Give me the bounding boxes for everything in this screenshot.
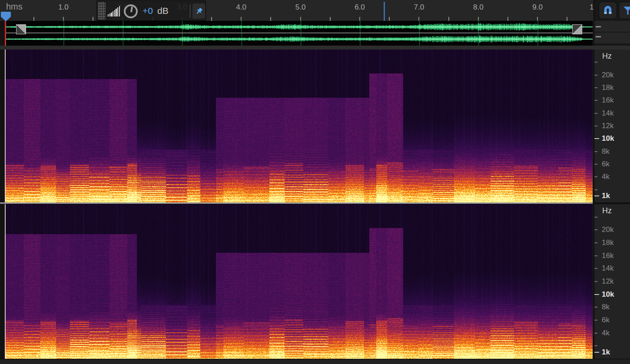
freq-tick (594, 75, 597, 76)
magnet-icon (602, 5, 613, 16)
freq-tick (594, 333, 597, 334)
freq-tick (594, 113, 597, 114)
freq-tick (594, 151, 597, 152)
knob-needle (130, 7, 133, 12)
level-meter-icon (108, 6, 121, 17)
spectral-playhead-left (5, 50, 6, 202)
freq-tick (594, 255, 597, 256)
ruler-label: 1.0 (54, 3, 73, 12)
hz-unit-label: Hz (602, 206, 612, 215)
ruler-label: 10.0 (587, 3, 594, 12)
audio-editor: hms 1.02.03.04.05.06.07.08.09.010.0 +0 d… (0, 0, 630, 364)
freq-label: 4k (602, 329, 623, 338)
snap-button[interactable] (599, 2, 617, 19)
waveform-canvas[interactable] (5, 21, 593, 46)
toolbar-right (594, 0, 630, 21)
ruler-label: 5.0 (291, 3, 310, 12)
time-ruler[interactable]: hms 1.02.03.04.05.06.07.08.09.010.0 (0, 0, 594, 21)
freq-label: 14k (602, 264, 623, 273)
freq-label: 10k (602, 134, 623, 143)
ruler-label: 6.0 (350, 3, 369, 12)
freq-tick (594, 100, 597, 101)
ruler-tick (211, 17, 212, 21)
time-format-label: hms (6, 2, 23, 12)
channel-meter-box (594, 21, 630, 46)
ruler-label: 7.0 (409, 3, 428, 12)
freq-label: 16k (602, 251, 623, 260)
freq-label: 12k (602, 277, 623, 286)
funnel-pin-icon (622, 5, 630, 16)
freq-tick (594, 176, 597, 177)
freq-tick (594, 242, 597, 243)
zero-tick-icon (596, 36, 601, 37)
gain-value[interactable]: +0 (143, 6, 153, 16)
playhead-line[interactable] (5, 21, 6, 46)
ruler-label: 9.0 (528, 3, 547, 12)
freq-tick (594, 320, 597, 321)
freq-tick (594, 345, 597, 346)
ruler-tick (93, 17, 93, 21)
timeline-position-marker[interactable] (384, 2, 385, 21)
ruler-tick (567, 17, 567, 21)
freq-label: 1k (602, 192, 623, 200)
freq-label: 12k (602, 122, 623, 130)
hud-separator (190, 4, 190, 18)
spectral-playhead-right (5, 204, 6, 359)
pushpin-icon (195, 7, 203, 16)
freq-label: 18k (602, 83, 623, 92)
freq-label: 8k (602, 147, 623, 156)
hud-pin-button[interactable] (192, 3, 205, 19)
waveform-overview[interactable] (5, 21, 593, 46)
marker-tool-button[interactable] (619, 2, 630, 19)
freq-tick (594, 268, 597, 269)
freq-tick (594, 294, 599, 295)
freq-label: 6k (602, 160, 623, 169)
freq-label: 16k (602, 96, 623, 105)
freq-label: 20k (602, 225, 623, 234)
zero-tick-icon (596, 26, 601, 27)
hud-grip-icon[interactable] (98, 2, 106, 20)
freq-tick (594, 189, 597, 190)
frequency-scale-right: Hz 20k18k16k14k12k10k8k6k4k1k (594, 204, 630, 359)
freq-tick (594, 126, 597, 126)
freq-tick (594, 229, 597, 230)
frequency-scale-left: Hz 20k18k16k14k12k10k8k6k4k1k (594, 50, 630, 202)
freq-tick (594, 281, 597, 282)
panel-divider[interactable] (0, 46, 630, 50)
gain-knob-icon[interactable] (124, 4, 138, 18)
ruler-tick (507, 17, 508, 21)
freq-label: 6k (602, 316, 623, 324)
freq-tick (594, 217, 597, 218)
freq-label: 14k (602, 109, 623, 118)
ruler-label: 4.0 (232, 3, 251, 12)
freq-label: 1k (602, 348, 623, 357)
ruler-tick (270, 17, 271, 21)
freq-tick (594, 62, 597, 63)
freq-label: 18k (602, 238, 623, 247)
gain-unit-label: dB (157, 6, 169, 16)
bottom-edge-bar (0, 359, 630, 364)
freq-tick (594, 195, 599, 196)
freq-tick (594, 307, 597, 308)
freq-tick (594, 138, 599, 139)
hz-unit-label: Hz (602, 52, 612, 61)
freq-label: 10k (602, 290, 623, 299)
trim-handle-left[interactable] (16, 24, 26, 34)
ruler-tick (33, 17, 34, 21)
freq-tick (594, 164, 597, 165)
ruler-tick (389, 17, 390, 21)
ruler-tick (448, 17, 449, 21)
trim-handle-right[interactable] (572, 24, 582, 34)
volume-hud: +0 dB (96, 0, 206, 21)
spectrogram-right-channel[interactable] (5, 204, 593, 359)
freq-label: 8k (602, 303, 623, 311)
ruler-tick (330, 17, 331, 21)
channel-row-left (594, 21, 630, 32)
channel-row-right (594, 33, 630, 44)
freq-label: 4k (602, 172, 623, 181)
ruler-label: 8.0 (469, 3, 488, 12)
freq-tick (594, 87, 597, 88)
spectrogram-left-channel[interactable] (5, 50, 593, 202)
freq-tick (594, 352, 599, 353)
freq-label: 20k (602, 71, 623, 79)
